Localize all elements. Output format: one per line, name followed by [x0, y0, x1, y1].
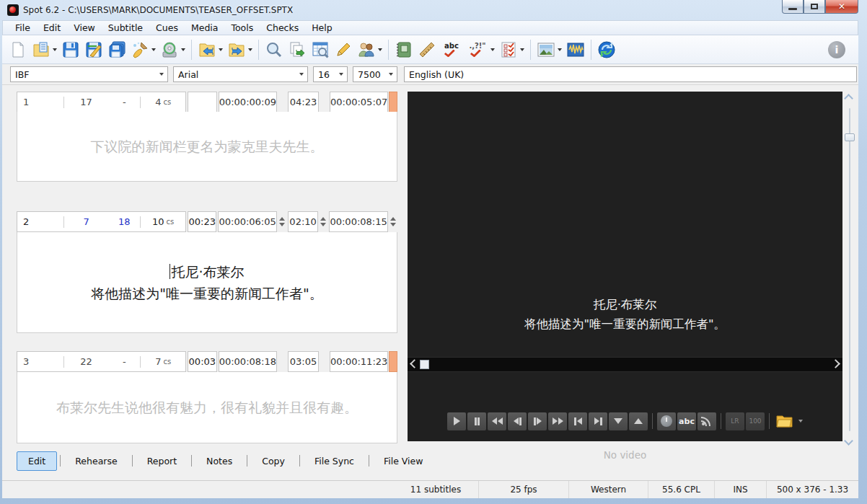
punctuation-check-button[interactable]: .,?!" — [465, 38, 490, 61]
menu-media[interactable]: Media — [185, 21, 225, 35]
checklist-dropdown-caret-icon[interactable] — [520, 48, 524, 51]
waveform-button[interactable] — [565, 38, 586, 61]
chevron-down-icon[interactable] — [155, 67, 167, 81]
subtitle-2-in-time[interactable]: 00:00:06:05 — [218, 211, 276, 232]
menu-view[interactable]: View — [67, 21, 102, 35]
subtitle-1-text[interactable]: 下议院的新闻栏更名为蒙克里夫先生。 — [17, 112, 397, 182]
notebook-button[interactable] — [393, 38, 415, 61]
punctuation-dropdown-caret-icon[interactable] — [490, 48, 495, 51]
title-bar[interactable]: Spot 6.2 - C:\USERS\MARK\DOCUMENTS\TEASE… — [0, 0, 867, 20]
language-combobox[interactable]: English (UK) — [404, 66, 857, 82]
menu-cues[interactable]: Cues — [149, 21, 185, 35]
scrub-left-icon[interactable] — [410, 359, 419, 368]
users-dropdown-caret-icon[interactable] — [378, 48, 382, 51]
export-disc-button[interactable] — [159, 38, 180, 61]
menu-tools[interactable]: Tools — [224, 21, 260, 35]
tab-edit[interactable]: Edit — [17, 451, 57, 471]
audio-lr-button[interactable]: LR — [726, 412, 744, 430]
maximize-button[interactable] — [804, 0, 825, 14]
menu-edit[interactable]: Edit — [37, 21, 67, 35]
font-size-combobox[interactable]: 16 — [313, 66, 348, 82]
subtitle-3-out-time[interactable]: 00:00:11:23 — [330, 351, 388, 372]
broadcast-button[interactable] — [697, 412, 716, 430]
tab-file-sync[interactable]: File Sync — [303, 451, 366, 471]
timecode-button[interactable] — [657, 412, 676, 430]
style-combobox[interactable]: IBF — [10, 66, 168, 82]
chevron-down-icon[interactable] — [335, 67, 347, 81]
open-dropdown-caret-icon[interactable] — [53, 48, 57, 51]
go-to-out-button[interactable] — [589, 412, 607, 430]
tab-report[interactable]: Report — [136, 451, 188, 471]
subtitle-1-out-time[interactable]: 00:00:05:07 — [330, 92, 388, 112]
clean-dropdown-caret-icon[interactable] — [151, 48, 156, 51]
subtitle-1-in-time[interactable]: 00:00:00:09 — [219, 92, 277, 112]
media-dropdown-caret-icon[interactable] — [798, 420, 803, 423]
save-as-button[interactable] — [83, 38, 105, 61]
close-button[interactable]: ✕ — [825, 0, 858, 14]
fast-forward-button[interactable] — [548, 412, 567, 430]
scrub-thumb[interactable] — [420, 360, 429, 369]
subtitle-2-length[interactable]: 02:10 — [288, 211, 318, 232]
slider-thumb[interactable] — [845, 133, 855, 141]
sync-button[interactable] — [596, 38, 617, 61]
find-button[interactable] — [263, 38, 285, 61]
out-time-spinner[interactable] — [389, 211, 397, 232]
edit-pencil-button[interactable] — [333, 38, 354, 61]
subtitle-2-text[interactable]: 托尼·布莱尔 将他描述为"唯一重要的新闻工作者"。 — [17, 232, 397, 333]
slider-track[interactable] — [849, 108, 850, 431]
menu-checks[interactable]: Checks — [260, 21, 305, 35]
font-combobox[interactable]: Arial — [173, 66, 308, 82]
subtitle-2-out-time[interactable]: 00:00:08:15 — [329, 211, 387, 232]
info-button[interactable]: i — [828, 41, 845, 58]
tab-copy[interactable]: Copy — [250, 451, 296, 471]
open-media-button[interactable] — [774, 412, 796, 430]
save-button[interactable] — [60, 38, 82, 61]
export-button[interactable] — [226, 38, 247, 61]
media-image-button[interactable] — [535, 38, 557, 61]
slider-up-icon[interactable] — [844, 94, 853, 103]
subtitle-overlay-button[interactable]: abc — [677, 412, 696, 430]
spellcheck-button[interactable]: abc — [439, 38, 464, 61]
speed-down-button[interactable] — [609, 412, 628, 430]
save-all-button[interactable] — [106, 38, 128, 61]
export-dropdown-caret-icon[interactable] — [248, 48, 252, 51]
scrub-right-icon[interactable] — [831, 359, 840, 368]
menu-help[interactable]: Help — [305, 21, 339, 35]
tab-notes[interactable]: Notes — [195, 451, 244, 471]
limit-combobox[interactable]: 7500 — [353, 66, 397, 82]
speed-up-button[interactable] — [629, 412, 648, 430]
menu-file[interactable]: File — [9, 21, 37, 35]
in-time-spinner[interactable] — [278, 211, 286, 232]
users-button[interactable] — [356, 38, 377, 61]
table-search-button[interactable] — [309, 38, 331, 61]
rewind-button[interactable] — [488, 412, 506, 430]
new-file-button[interactable] — [7, 38, 29, 61]
step-forward-button[interactable] — [528, 412, 547, 430]
pause-button[interactable] — [467, 412, 486, 430]
checklist-button[interactable] — [498, 38, 519, 61]
ruler-button[interactable] — [416, 38, 438, 61]
subtitle-3-in-time[interactable]: 00:00:08:18 — [219, 351, 277, 372]
subtitle-3-text[interactable]: 布莱尔先生说他很有魅力，很有礼貌并且很有趣。 — [17, 372, 397, 443]
chevron-down-icon[interactable] — [295, 67, 307, 81]
subtitle-1-length[interactable]: 04:23 — [288, 92, 318, 112]
go-to-in-button[interactable] — [568, 412, 587, 430]
import-dropdown-caret-icon[interactable] — [219, 48, 223, 51]
volume-100-button[interactable]: 100 — [746, 412, 765, 430]
step-back-button[interactable] — [508, 412, 527, 430]
clean-button[interactable] — [129, 38, 151, 61]
import-button[interactable] — [196, 38, 218, 61]
length-spinner[interactable] — [319, 211, 327, 232]
image-dropdown-caret-icon[interactable] — [558, 48, 562, 51]
video-scrub-bar[interactable] — [408, 357, 842, 372]
disc-dropdown-caret-icon[interactable] — [181, 48, 185, 51]
play-button[interactable] — [447, 412, 466, 430]
tab-rehearse[interactable]: Rehearse — [63, 451, 128, 471]
chevron-down-icon[interactable] — [384, 67, 397, 81]
slider-down-icon[interactable] — [844, 436, 853, 446]
video-zoom-slider[interactable] — [844, 94, 855, 446]
copy-export-button[interactable] — [286, 38, 308, 61]
open-file-button[interactable] — [30, 38, 52, 61]
subtitle-3-length[interactable]: 03:05 — [288, 351, 318, 372]
minimize-button[interactable] — [782, 0, 804, 14]
